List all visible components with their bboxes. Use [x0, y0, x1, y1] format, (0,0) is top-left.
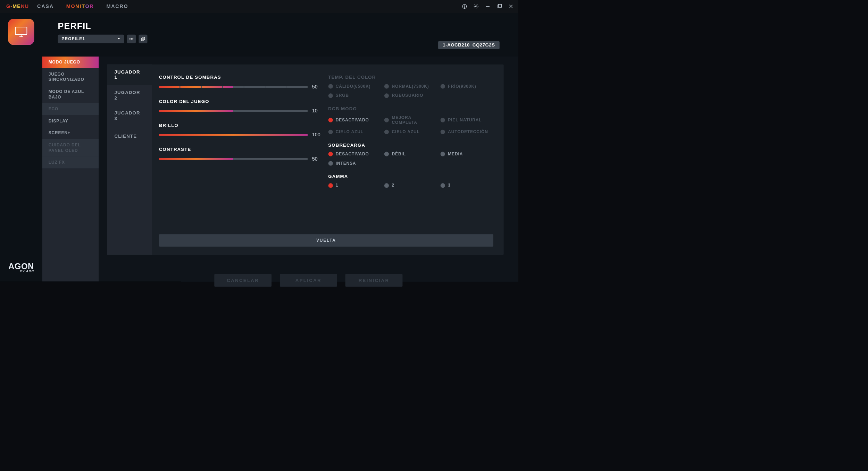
- bright-label: BRILLO: [159, 123, 324, 128]
- svg-rect-8: [15, 27, 27, 35]
- radio-dot-icon: [328, 152, 333, 156]
- radio-dot-icon: [384, 129, 389, 134]
- radio-dot-icon: [441, 129, 445, 134]
- colortemp-label: TEMP. DEL COLOR: [328, 75, 493, 80]
- reset-button[interactable]: REINICIAR: [345, 274, 403, 287]
- sidebar-item-3: ECO: [42, 103, 99, 115]
- overdrive-option-3[interactable]: INTENSA: [328, 161, 381, 166]
- contrast-value: 50: [312, 156, 324, 162]
- sidebar-item-6: CUIDADO DEL PANEL OLED: [42, 139, 99, 156]
- radio-dot-icon: [384, 183, 389, 188]
- colortemp-option-1: NORMAL(7300K): [384, 84, 437, 89]
- bright-value: 100: [312, 132, 324, 138]
- subnav-item-3[interactable]: CLIENTE: [107, 126, 152, 146]
- radio-dot-icon: [328, 84, 333, 88]
- category-sidebar: MODO JUEGOJUEGO SINCRONIZADOMODO DE AZUL…: [42, 56, 99, 282]
- gamecolor-label: COLOR DEL JUEGO: [159, 99, 324, 104]
- player-subnav: JUGADOR 1JUGADOR 2JUGADOR 3CLIENTE: [107, 65, 152, 255]
- colortemp-option-3: SRGB: [328, 93, 381, 98]
- svg-point-12: [131, 38, 132, 39]
- radio-dot-icon: [441, 118, 445, 122]
- profile-more-button[interactable]: [127, 35, 136, 43]
- svg-rect-15: [142, 37, 145, 40]
- dcb-option-1: MEJORA COMPLETA: [384, 115, 437, 125]
- gamecolor-slider[interactable]: 10: [159, 108, 324, 114]
- overdrive-option-1[interactable]: DÉBIL: [384, 152, 437, 156]
- radio-dot-icon: [328, 129, 333, 134]
- colortemp-option-0: CÁLIDO(6500K): [328, 84, 381, 89]
- shadow-label: CONTROL DE SOMBRAS: [159, 75, 324, 80]
- dcb-label: DCB MODO: [328, 106, 493, 112]
- gamecolor-value: 10: [312, 108, 324, 114]
- monitor-badge[interactable]: 1-AOCB210_CQ27G2S: [438, 41, 500, 49]
- sidebar-item-7: LUZ FX: [42, 156, 99, 169]
- profile-copy-button[interactable]: [139, 35, 147, 43]
- nav-casa[interactable]: CASA: [37, 3, 54, 9]
- nav-macro[interactable]: MACRO: [106, 3, 128, 9]
- dcb-option-2: PIEL NATURAL: [441, 115, 493, 125]
- app-icon: [8, 19, 34, 45]
- back-button[interactable]: VUELTA: [159, 234, 493, 247]
- radio-dot-icon: [441, 183, 445, 188]
- shadow-slider[interactable]: 50: [159, 84, 324, 90]
- svg-point-2: [475, 6, 477, 7]
- dcb-option-3: CIELO AZUL: [328, 129, 381, 134]
- help-icon[interactable]: [462, 4, 467, 9]
- overdrive-option-0[interactable]: DESACTIVADO: [328, 152, 381, 156]
- gamma-option-2[interactable]: 3: [441, 183, 493, 188]
- dcb-option-4: CIELO AZUL: [384, 129, 437, 134]
- sidebar-item-1[interactable]: JUEGO SINCRONIZADO: [42, 68, 99, 85]
- apply-button[interactable]: APLICAR: [280, 274, 337, 287]
- sidebar-item-5[interactable]: SCREEN+: [42, 127, 99, 139]
- colortemp-option-2: FRÍO(9300K): [441, 84, 493, 89]
- radio-dot-icon: [384, 84, 389, 88]
- radio-dot-icon: [441, 84, 445, 88]
- dcb-option-0: DESACTIVADO: [328, 115, 381, 125]
- contrast-label: CONTRASTE: [159, 147, 324, 152]
- subnav-item-1[interactable]: JUGADOR 2: [107, 85, 152, 105]
- minimize-icon[interactable]: [485, 4, 491, 9]
- radio-dot-icon: [328, 93, 333, 98]
- svg-point-11: [130, 38, 130, 39]
- colortemp-option-4: RGBUSUARIO: [384, 93, 437, 98]
- maximize-icon[interactable]: [496, 4, 502, 9]
- subnav-item-0[interactable]: JUGADOR 1: [107, 65, 152, 85]
- shadow-value: 50: [312, 84, 324, 90]
- gamma-option-0[interactable]: 1: [328, 183, 381, 188]
- dcb-option-5: AUTODETECCIÓN: [441, 129, 493, 134]
- radio-dot-icon: [328, 118, 333, 122]
- radio-dot-icon: [328, 183, 333, 188]
- close-icon[interactable]: [508, 4, 514, 9]
- radio-dot-icon: [441, 152, 445, 156]
- gamma-label: GAMMA: [328, 174, 493, 179]
- sidebar-item-0[interactable]: MODO JUEGO: [42, 56, 99, 68]
- page-title: PERFIL: [58, 21, 518, 31]
- gear-icon[interactable]: [474, 4, 479, 9]
- sidebar-item-4[interactable]: DISPLAY: [42, 115, 99, 127]
- overdrive-option-2[interactable]: MEDIA: [441, 152, 493, 156]
- svg-point-13: [133, 38, 133, 39]
- app-logo: G-MENU: [6, 3, 29, 9]
- brand-badge: AGON BY AOC: [5, 262, 38, 273]
- radio-dot-icon: [328, 161, 333, 165]
- radio-dot-icon: [384, 118, 389, 122]
- subnav-item-2[interactable]: JUGADOR 3: [107, 105, 152, 126]
- svg-point-1: [465, 7, 465, 8]
- sidebar-item-2[interactable]: MODO DE AZUL BAJO: [42, 86, 99, 103]
- cancel-button[interactable]: CANCELAR: [214, 274, 272, 287]
- bright-slider[interactable]: 100: [159, 132, 324, 138]
- radio-dot-icon: [384, 152, 389, 156]
- chevron-down-icon: [117, 36, 120, 41]
- profile-select[interactable]: PROFILE1: [58, 35, 124, 43]
- nav-monitor[interactable]: MONITOR: [66, 3, 94, 9]
- radio-dot-icon: [384, 93, 389, 98]
- overdrive-label: SOBRECARGA: [328, 143, 493, 148]
- svg-rect-14: [141, 38, 144, 41]
- gamma-option-1[interactable]: 2: [384, 183, 437, 188]
- contrast-slider[interactable]: 50: [159, 156, 324, 162]
